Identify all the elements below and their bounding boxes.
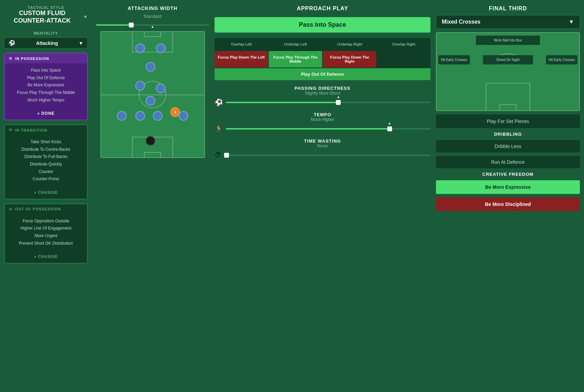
be-more-disciplined-button[interactable]: Be More Disciplined [436, 197, 580, 211]
approach-cell-focus-left[interactable]: Focus Play Down The Left [215, 51, 268, 68]
mixed-crosses-value: Mixed Crosses [442, 19, 480, 25]
transition-header[interactable]: ⟳ IN TRANSITION [5, 125, 87, 135]
possession-header[interactable]: ⊙ IN POSSESSION [5, 53, 87, 63]
list-item: Higher Line Of Engagement [9, 225, 83, 232]
transition-body: Take Short Kicks Distribute To Centre-Ba… [5, 135, 87, 186]
outpossession-change-button[interactable]: » CHANGE [34, 254, 58, 259]
approach-cell-empty [377, 51, 430, 68]
list-item: Distribute Quickly [9, 161, 83, 168]
transition-items: Take Short Kicks Distribute To Centre-Ba… [9, 138, 83, 183]
timewasting-section: TIME WASTING Never ⏱ [215, 138, 430, 159]
be-more-expressive-button[interactable]: Be More Expressive [436, 180, 580, 194]
possession-done-button[interactable]: « DONE [37, 111, 55, 116]
outpossession-section: ⊙ OUT OF POSSESSION Force Opposition Out… [4, 204, 88, 264]
player [156, 84, 166, 93]
approach-cell-underlap-left[interactable]: Underlap Left [269, 38, 322, 50]
tactical-style-header: TACTICAL STYLE CUSTOM FLUID COUNTER-ATTA… [4, 5, 88, 27]
list-item: Distribute To Full-Backs [9, 153, 83, 161]
mentality-label: MENTALITY [4, 31, 88, 35]
work-ball-box-option[interactable]: Work Ball Into Box [476, 36, 540, 45]
tempo-slider[interactable]: 🏃 ▲ [215, 125, 430, 133]
outpossession-body: Force Opposition Outside Higher Line Of … [5, 214, 87, 250]
double-right-icon-2: » [34, 254, 37, 259]
mentality-value: Attacking [36, 40, 58, 46]
main-content: ATTACKING WIDTH Standard ▲ [92, 0, 584, 392]
mixed-crosses-dropdown[interactable]: Mixed Crosses ▼ [436, 15, 580, 29]
outpossession-items: Force Opposition Outside Higher Line Of … [9, 218, 83, 247]
passing-directness-thumb[interactable] [336, 100, 341, 105]
tempo-label: TEMPO [215, 112, 430, 117]
player [146, 96, 155, 106]
outpossession-header-label: OUT OF POSSESSION [15, 207, 61, 211]
approach-cell-underlap-right[interactable]: Underlap Right [323, 38, 376, 50]
right-column: FINAL THIRD Mixed Crosses ▼ Work Ball In… [436, 5, 580, 387]
timewasting-value: Never [215, 144, 430, 148]
outpossession-icon: ⊙ [9, 207, 12, 211]
list-item: Much Higher Tempo [9, 97, 83, 104]
soccer-ball-icon: ⚽ [215, 98, 223, 107]
approach-cell-overlap-left[interactable]: Overlap Left [215, 38, 268, 50]
player [117, 111, 126, 121]
list-item: More Urgent [9, 232, 83, 240]
timewasting-slider[interactable]: ⏱ [215, 151, 430, 159]
player [135, 81, 145, 90]
runner-icon: 🏃 [215, 125, 223, 133]
shoot-on-sight-option[interactable]: Shoot On Sight [483, 55, 533, 64]
approach-grid: Overlap Left Underlap Left Underlap Righ… [215, 38, 430, 80]
approach-cell-focus-right[interactable]: Focus Play Down The Right [323, 51, 376, 68]
dribbling-label: DRIBBLING [436, 132, 580, 137]
final-third-label: FINAL THIRD [436, 5, 580, 12]
ft-goal [499, 104, 516, 110]
list-item: Counter [9, 168, 83, 176]
hit-early-crosses-left-label: Hit Early Crosses [438, 55, 470, 64]
mentality-icon: ⚽ [9, 40, 15, 46]
list-item: Focus Play Through The Middle [9, 89, 83, 97]
possession-items: Pass Into Space Play Out Of Defence Be M… [9, 67, 83, 104]
attacking-width-slider[interactable]: ▲ [96, 22, 209, 28]
mentality-dropdown[interactable]: ⚽ Attacking ▼ [4, 37, 88, 49]
pitch-column: ATTACKING WIDTH Standard ▲ [96, 5, 209, 387]
approach-cell-play-out[interactable]: Play Out Of Defence [215, 68, 430, 80]
player [153, 111, 162, 121]
goal-top [144, 32, 161, 37]
list-item: Counter-Press [9, 175, 83, 183]
transition-action: » CHANGE [5, 186, 87, 199]
transition-change-button[interactable]: » CHANGE [34, 190, 58, 195]
run-at-defence-button[interactable]: Run At Defence [436, 156, 580, 168]
pass-into-space-button[interactable]: Pass Into Space [215, 17, 430, 33]
list-item: Distribute To Centre-Backs [9, 146, 83, 154]
creative-freedom-label: CREATIVE FREEDOM [436, 172, 580, 177]
list-item: Play Out Of Defence [9, 74, 83, 82]
player [135, 44, 145, 53]
goal-bottom [144, 152, 161, 157]
final-third-pitch: Work Ball Into Box Hit Early Crosses Sho… [436, 32, 580, 111]
tactical-style-name[interactable]: CUSTOM FLUID COUNTER-ATTACK ▼ [4, 10, 88, 24]
tempo-value: Much Higher [215, 117, 430, 122]
approach-cell-overlap-right[interactable]: Overlap Right [377, 38, 430, 50]
passing-directness-slider[interactable]: ⚽ ▲ [215, 98, 430, 107]
passing-directness-label: PASSING DIRECTNESS [215, 86, 430, 91]
hit-early-crosses-right-label: Hit Early Crosses [546, 55, 577, 64]
outpossession-action: » CHANGE [5, 250, 87, 263]
timewasting-thumb[interactable] [224, 153, 229, 158]
shoot-on-sight-label: Shoot On Sight [483, 55, 533, 64]
transition-header-label: IN TRANSITION [15, 128, 47, 132]
tempo-thumb[interactable] [387, 126, 392, 131]
approach-cell-focus-middle[interactable]: Focus Play Through The Middle [269, 51, 322, 68]
sidebar: TACTICAL STYLE CUSTOM FLUID COUNTER-ATTA… [0, 0, 92, 392]
width-slider-thumb[interactable] [129, 23, 134, 27]
player [135, 111, 145, 121]
play-for-set-pieces[interactable]: Play For Set Pieces [436, 114, 580, 128]
mixed-crosses-chevron-icon: ▼ [569, 19, 574, 25]
outpossession-header[interactable]: ⊙ OUT OF POSSESSION [5, 204, 87, 214]
mentality-chevron-icon: ▼ [78, 40, 83, 46]
possession-section: ⊙ IN POSSESSION Pass Into Space Play Out… [4, 53, 88, 120]
tactical-style-chevron-icon: ▼ [83, 14, 88, 20]
hit-early-crosses-left-option[interactable]: Hit Early Crosses [438, 55, 470, 64]
transition-section: ⟳ IN TRANSITION Take Short Kicks Distrib… [4, 124, 88, 199]
dribble-less-button[interactable]: Dribble Less [436, 140, 580, 152]
work-ball-box-label: Work Ball Into Box [476, 36, 540, 45]
hit-early-crosses-right-option[interactable]: Hit Early Crosses [546, 55, 577, 64]
center-column: APPROACH PLAY Pass Into Space Overlap Le… [209, 5, 436, 387]
double-right-icon: » [34, 190, 37, 195]
